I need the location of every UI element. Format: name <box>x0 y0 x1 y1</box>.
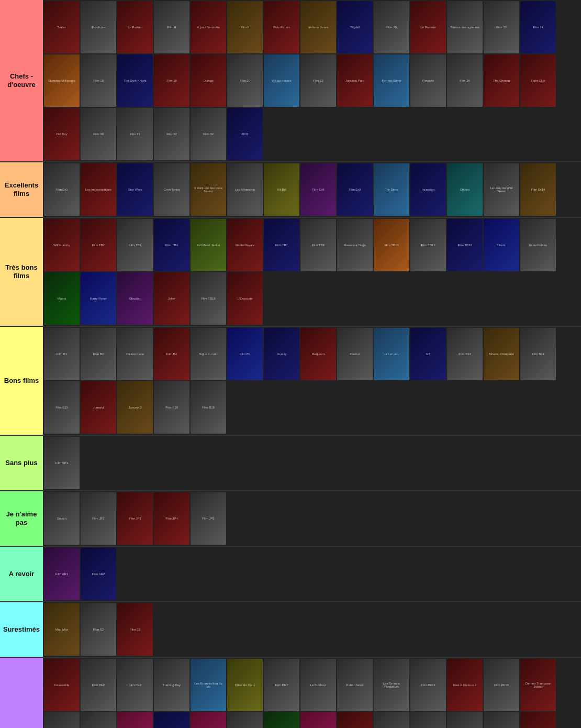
movie-card[interactable]: Django <box>191 54 226 107</box>
movie-card[interactable]: Dernier Train pour Busan <box>520 659 556 711</box>
movie-card[interactable]: Jumanji <box>81 381 116 434</box>
movie-card[interactable]: ET <box>410 328 446 380</box>
movie-card[interactable]: Chihiro <box>447 163 483 216</box>
movie-card[interactable]: Will Hunting <box>44 219 80 271</box>
movie-card[interactable]: Film TB12 <box>447 219 483 271</box>
movie-card[interactable]: Les Indestructibles <box>81 163 116 216</box>
movie-card[interactable]: Film JP5 <box>191 492 226 545</box>
movie-card[interactable]: Film S3 <box>117 603 153 656</box>
movie-card[interactable]: Gravity <box>264 328 299 380</box>
movie-card[interactable]: Reservoir Dogs <box>337 219 373 271</box>
movie-card[interactable]: Star Wars <box>117 163 153 216</box>
movie-card[interactable]: The Dark Knight <box>117 54 153 107</box>
movie-card[interactable]: Mad Max <box>44 603 80 656</box>
movie-card[interactable]: Joker <box>154 272 189 325</box>
movie-card[interactable]: La Cité Rose <box>191 712 226 728</box>
movie-card[interactable]: Film PE25 <box>410 712 446 728</box>
movie-card[interactable]: Film B18 <box>154 381 189 434</box>
movie-card[interactable]: Citizen Kane <box>117 328 153 380</box>
movie-card[interactable]: Film 18 <box>154 54 189 107</box>
movie-card[interactable]: Film PE7 <box>264 659 299 711</box>
movie-card[interactable]: Vol au-dessus <box>264 54 299 107</box>
movie-card[interactable]: Film 33 <box>191 108 226 160</box>
movie-card[interactable]: Casino <box>337 328 373 380</box>
movie-card[interactable]: Film B2 <box>81 328 116 380</box>
movie-card[interactable]: Film B19 <box>191 381 226 434</box>
movie-card[interactable]: Dîner de Cons <box>227 659 263 711</box>
movie-card[interactable]: Parasite <box>410 54 446 107</box>
movie-card[interactable]: Film B4 <box>154 328 189 380</box>
movie-card[interactable]: Film TB19 <box>191 272 226 325</box>
movie-card[interactable]: Mission Cléopâtre <box>484 328 519 380</box>
movie-card[interactable]: Kill Bill <box>264 163 299 216</box>
movie-card[interactable]: Film SP1 <box>44 437 80 489</box>
movie-card[interactable]: Film JP2 <box>81 492 116 545</box>
movie-card[interactable]: 2001 <box>227 108 263 160</box>
movie-card[interactable]: Skyfall <box>337 1 373 53</box>
movie-card[interactable]: Film PE13 <box>484 659 519 711</box>
movie-card[interactable]: Ocean's Eleven <box>374 712 409 728</box>
movie-card[interactable]: Film 16 <box>81 54 116 107</box>
movie-card[interactable]: Film TB10 <box>374 219 409 271</box>
movie-card[interactable]: Inception <box>410 163 446 216</box>
movie-card[interactable]: Old Boy <box>44 108 80 160</box>
movie-card[interactable]: Les Tontons Flingueurs <box>374 659 409 711</box>
movie-card[interactable]: Gran Torino <box>154 163 189 216</box>
movie-card[interactable]: Toy Story <box>374 163 409 216</box>
movie-card[interactable]: Les Bronzés font du ski <box>191 659 226 711</box>
movie-card[interactable]: Film 22 <box>300 54 336 107</box>
movie-card[interactable]: V pour Vendetta <box>191 1 226 53</box>
movie-card[interactable]: Film TB11 <box>410 219 446 271</box>
movie-card[interactable]: Film PE3 <box>117 659 153 711</box>
movie-card[interactable]: Film B6 <box>227 328 263 380</box>
movie-card[interactable]: Le Parrain <box>117 1 153 53</box>
movie-card[interactable]: Snowpiercer <box>154 712 189 728</box>
movie-card[interactable]: La La Land <box>374 328 409 380</box>
movie-card[interactable]: Film TB8 <box>300 219 336 271</box>
movie-card[interactable]: Film B12 <box>447 328 483 380</box>
movie-card[interactable]: The Shining <box>484 54 519 107</box>
movie-card[interactable]: Film PE11 <box>410 659 446 711</box>
movie-card[interactable]: Green Book <box>264 712 299 728</box>
movie-card[interactable]: Requiem <box>300 328 336 380</box>
movie-card[interactable]: Film PE2 <box>81 659 116 711</box>
movie-card[interactable]: Film 31 <box>117 108 153 160</box>
movie-card[interactable]: Film 20 <box>227 54 263 107</box>
movie-card[interactable]: Slumdog Millionaire <box>44 54 80 107</box>
movie-card[interactable]: Matrix <box>44 272 80 325</box>
movie-card[interactable]: Forrest Gump <box>374 54 409 107</box>
movie-card[interactable]: Film B15 <box>44 381 80 434</box>
movie-card[interactable]: Intouchables <box>520 219 556 271</box>
movie-card[interactable]: Film JP4 <box>154 492 189 545</box>
movie-card[interactable]: Film 26 <box>447 54 483 107</box>
movie-card[interactable]: Signe du sort <box>191 328 226 380</box>
movie-card[interactable]: Training Day <box>154 659 189 711</box>
movie-card[interactable]: Film 4 <box>154 1 189 53</box>
movie-card[interactable]: Film AR1 <box>44 548 80 600</box>
movie-card[interactable]: Harry Potter <box>81 272 116 325</box>
movie-card[interactable]: Avengers <box>337 712 373 728</box>
movie-card[interactable]: Jurassic Park <box>337 54 373 107</box>
movie-card[interactable]: Film TB7 <box>264 219 299 271</box>
movie-card[interactable]: Film PE16 <box>81 712 116 728</box>
movie-card[interactable]: Rabbi Jacob <box>337 659 373 711</box>
movie-card[interactable]: Silence des agneaux <box>447 1 483 53</box>
movie-card[interactable]: Les Affranchis <box>227 163 263 216</box>
movie-card[interactable]: Film AR2 <box>81 548 116 600</box>
movie-card[interactable]: Film B1 <box>44 328 80 380</box>
movie-card[interactable]: Film 32 <box>154 108 189 160</box>
movie-card[interactable]: Film 30 <box>81 108 116 160</box>
movie-card[interactable]: Film PE27 <box>484 712 519 728</box>
movie-card[interactable]: Film Ex8 <box>300 163 336 216</box>
movie-card[interactable]: Blood Diamond <box>520 712 556 728</box>
movie-card[interactable]: Fast & Furious 7 <box>447 659 483 711</box>
movie-card[interactable]: Le Terminal <box>447 712 483 728</box>
movie-card[interactable]: Film Ex14 <box>520 163 556 216</box>
movie-card[interactable]: The Grand Budapest Hotel <box>300 712 336 728</box>
movie-card[interactable]: Rocky <box>44 712 80 728</box>
movie-card[interactable]: Film 13 <box>484 1 519 53</box>
movie-card[interactable]: Le Bonheur <box>300 659 336 711</box>
movie-card[interactable]: Pulp Fiction <box>264 1 299 53</box>
movie-card[interactable]: Le Loup de Wall Street <box>484 163 519 216</box>
movie-card[interactable]: Full Metal Jacket <box>191 219 226 271</box>
